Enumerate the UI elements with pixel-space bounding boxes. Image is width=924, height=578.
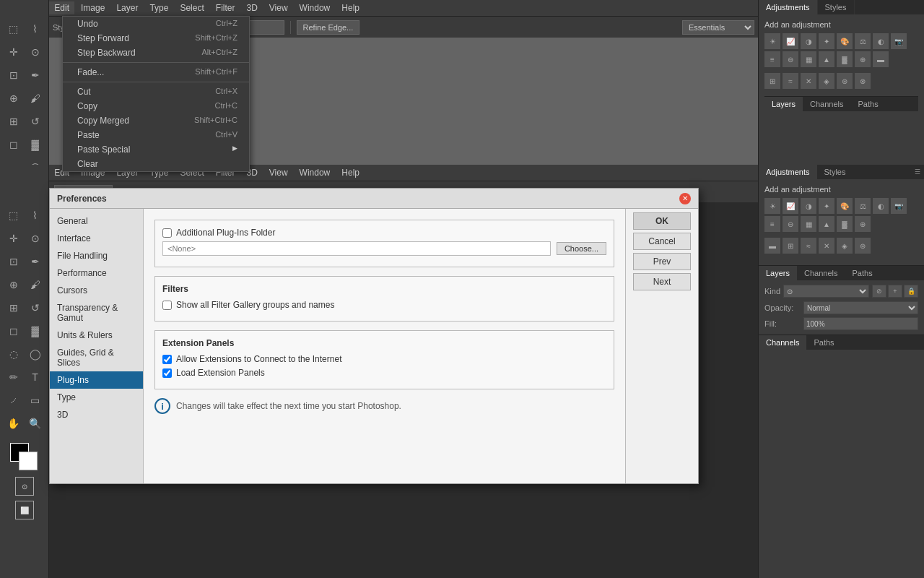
menu-window[interactable]: Window <box>295 1 336 14</box>
menu-help[interactable]: Help <box>336 1 365 14</box>
menu-type[interactable]: Type <box>144 1 173 14</box>
adj-hsl[interactable]: 🎨 <box>837 33 853 49</box>
history-tool-2[interactable]: ↺ <box>26 298 45 317</box>
adj-3[interactable]: ≈ <box>783 73 798 89</box>
adj-2[interactable]: ⊞ <box>764 73 780 89</box>
path-tool[interactable]: ⟋ <box>4 391 23 410</box>
foreground-background-colors[interactable] <box>10 443 39 472</box>
move-tool[interactable]: ✛ <box>4 43 23 61</box>
layers-tab-item[interactable]: Layers <box>764 97 803 111</box>
menu-paste[interactable]: Paste Ctrl+V <box>63 128 249 142</box>
brush-tool[interactable]: 🖌 <box>26 89 45 108</box>
paths-bottom-tab[interactable]: Paths <box>806 335 841 350</box>
adj-vibrance[interactable]: ✦ <box>819 33 834 49</box>
adj-icon-18[interactable]: ✕ <box>819 238 834 254</box>
menu-clear[interactable]: Clear <box>63 157 249 171</box>
text-tool[interactable]: T <box>26 368 45 387</box>
adj-icon-14[interactable]: ⊕ <box>855 216 871 232</box>
adj-brightness[interactable]: ☀ <box>764 33 780 49</box>
adj-icon-16[interactable]: ⊞ <box>783 238 798 254</box>
nav-units[interactable]: Units & Rulers <box>50 327 143 344</box>
lasso-tool-2[interactable]: ⌇ <box>26 206 45 225</box>
crop-tool[interactable]: ⊡ <box>4 66 23 85</box>
adj-threshold[interactable]: ▲ <box>819 51 834 67</box>
refine-edge-btn[interactable]: Refine Edge... <box>297 20 360 35</box>
adj-icon-8[interactable]: 📷 <box>891 198 907 214</box>
adj-channel[interactable]: ≡ <box>764 51 780 67</box>
adj-bw[interactable]: ◐ <box>873 33 889 49</box>
adj-icon-15[interactable]: ▬ <box>764 238 780 254</box>
adj-curves[interactable]: 📈 <box>783 33 798 49</box>
opacity-select[interactable]: Normal <box>803 301 918 314</box>
menu-fade[interactable]: Fade... Shift+Ctrl+F <box>63 65 249 79</box>
adj-icon-6[interactable]: ⚖ <box>855 198 871 214</box>
menu-copy-merged[interactable]: Copy Merged Shift+Ctrl+C <box>63 113 249 128</box>
crop-tool-2[interactable]: ⊡ <box>4 252 23 271</box>
quick-select-tool[interactable]: ⊙ <box>26 43 45 61</box>
adj-icon-1[interactable]: ☀ <box>764 198 780 214</box>
filter-gallery-label[interactable]: Show all Filter Gallery groups and names <box>176 300 334 310</box>
cancel-btn[interactable]: Cancel <box>633 233 691 250</box>
adj-icon-13[interactable]: ▓ <box>837 216 853 232</box>
nav-performance[interactable]: Performance <box>50 264 143 282</box>
adj-icon-12[interactable]: ▲ <box>819 216 834 232</box>
hand-tool[interactable]: ✋ <box>4 414 23 433</box>
adj-icon-11[interactable]: ▦ <box>801 216 816 232</box>
adj-icon-7[interactable]: ◐ <box>873 198 889 214</box>
menu-image[interactable]: Image <box>76 1 110 14</box>
ok-btn[interactable]: OK <box>633 212 691 230</box>
menu-edit[interactable]: Edit <box>49 1 74 14</box>
stamp-tool-2[interactable]: ⊞ <box>4 298 23 317</box>
menu-cut[interactable]: Cut Ctrl+X <box>63 85 249 99</box>
fill-input[interactable] <box>803 317 918 330</box>
prev-btn[interactable]: Prev <box>633 253 691 270</box>
nav-3d[interactable]: 3D <box>50 406 143 423</box>
menu-3d[interactable]: 3D <box>241 1 262 14</box>
adj-4[interactable]: ✕ <box>801 73 816 89</box>
adj-6[interactable]: ⊛ <box>837 73 853 89</box>
adjustments-tab-2[interactable]: Adjustments <box>759 165 817 179</box>
menu2-help[interactable]: Help <box>336 166 365 179</box>
essentials-select[interactable]: Essentials <box>682 20 754 35</box>
dialog-close-btn[interactable]: ✕ <box>679 193 691 204</box>
adj-7[interactable]: ⊗ <box>855 73 871 89</box>
adjustments-tab[interactable]: Adjustments <box>759 0 818 14</box>
lock-pixel[interactable]: ⊘ <box>872 285 886 298</box>
marquee-tool-2[interactable]: ⬚ <box>4 206 23 225</box>
adj-icon-2[interactable]: 📈 <box>783 198 798 214</box>
styles-tab[interactable]: Styles <box>818 0 855 14</box>
eraser-tool-2[interactable]: ◻ <box>4 322 23 340</box>
channels-bottom-tab[interactable]: Channels <box>759 335 806 350</box>
styles-tab-2[interactable]: Styles <box>817 165 853 179</box>
menu-view[interactable]: View <box>264 1 293 14</box>
next-btn[interactable]: Next <box>633 273 691 290</box>
brush-tool-2[interactable]: 🖌 <box>26 275 45 294</box>
gradient-tool[interactable]: ▓ <box>26 135 45 154</box>
nav-transparency[interactable]: Transparency & Gamut <box>50 299 143 327</box>
menu-layer[interactable]: Layer <box>111 1 143 14</box>
lock-all[interactable]: 🔒 <box>904 285 918 298</box>
nav-type[interactable]: Type <box>50 389 143 406</box>
eraser-tool[interactable]: ◻ <box>4 135 23 154</box>
eyedropper-tool[interactable]: ✒ <box>26 66 45 85</box>
adj-poster[interactable]: ▦ <box>801 51 816 67</box>
menu-step-forward[interactable]: Step Forward Shift+Ctrl+Z <box>63 31 249 46</box>
allow-extensions-label[interactable]: Allow Extensions to Connect to the Inter… <box>176 354 341 364</box>
filter-gallery-checkbox[interactable] <box>162 301 172 310</box>
heal-tool-2[interactable]: ⊕ <box>4 275 23 294</box>
marquee-tool[interactable]: ⬚ <box>4 20 23 38</box>
nav-file-handling[interactable]: File Handling <box>50 247 143 264</box>
menu-select[interactable]: Select <box>175 1 209 14</box>
menu-filter[interactable]: Filter <box>211 1 240 14</box>
adj-icon-20[interactable]: ⊛ <box>855 238 871 254</box>
stamp-tool[interactable]: ⊞ <box>4 112 23 131</box>
menu2-view[interactable]: View <box>264 166 293 179</box>
adj-colorbal[interactable]: ⚖ <box>855 33 871 49</box>
menu-paste-special[interactable]: Paste Special <box>63 142 249 157</box>
adj-gradient[interactable]: ▓ <box>837 51 853 67</box>
adj-levels[interactable]: ▬ <box>873 51 889 67</box>
screen-mode-btn[interactable]: ⬜ <box>15 501 34 519</box>
nav-general[interactable]: General <box>50 212 143 230</box>
paths-tab-2[interactable]: Paths <box>845 266 880 280</box>
menu-undo[interactable]: Undo Ctrl+Z <box>63 17 249 31</box>
